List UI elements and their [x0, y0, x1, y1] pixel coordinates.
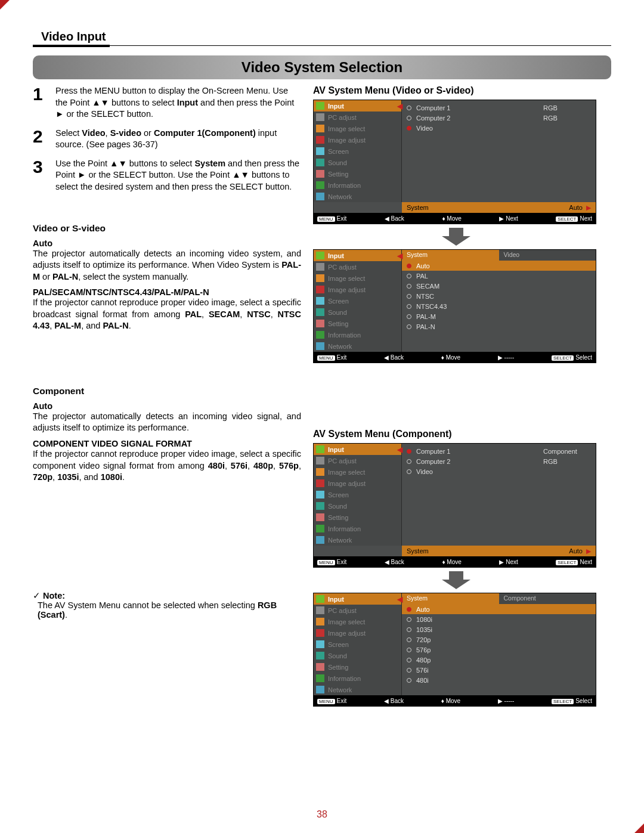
sidebar-item: Setting	[314, 168, 401, 179]
osd-row: Computer 1 RGB	[407, 103, 591, 113]
radio-icon	[407, 324, 411, 329]
menu-icon	[316, 297, 324, 305]
option-label: 480i	[416, 677, 429, 684]
osd-row: 1035i	[407, 624, 591, 634]
note-text: The AV System Menu cannot be selected wh…	[38, 600, 301, 620]
input-mode: RGB	[543, 104, 591, 112]
menu-icon	[316, 320, 324, 327]
osd-row: Video	[407, 123, 591, 133]
radio-icon	[407, 304, 411, 309]
osd-row: 576p	[407, 645, 591, 655]
osd-main: Auto 1080i 1035i 720p 576p 480p 576i 480…	[402, 604, 596, 688]
osd-screenshot-3: Input PC adjust Image select Image adjus…	[313, 443, 596, 568]
radio-icon	[407, 637, 411, 642]
sidebar-item: Input	[314, 444, 401, 455]
menu-icon	[316, 308, 324, 316]
menu-icon	[316, 147, 324, 155]
menu-icon	[316, 445, 324, 453]
option-label: 1080i	[416, 616, 432, 623]
menu-icon	[316, 181, 324, 189]
input-name: Computer 2	[416, 458, 450, 465]
input-mode: RGB	[543, 458, 591, 465]
sidebar-item-label: Image adjust	[328, 630, 366, 637]
sidebar-item: Image adjust	[314, 627, 401, 639]
sidebar-item-label: Image adjust	[328, 480, 366, 487]
sidebar-item-label: Image select	[328, 618, 365, 625]
osd-row: Auto	[402, 604, 596, 614]
sidebar-item: Input	[314, 100, 401, 112]
osd-footer: MENUExit ◀ Back ♦ Move ▶ Next SELECTNext	[314, 556, 596, 567]
input-mode: RGB	[543, 114, 591, 122]
osd-row: Auto	[402, 261, 596, 271]
osd-footer: MENUExit ◀ Back ♦ Move ▶ ----- SELECTSel…	[314, 352, 596, 363]
sidebar-item: Network	[314, 191, 401, 202]
option-label: 576p	[416, 646, 431, 654]
sidebar-item: Sound	[314, 650, 401, 661]
menu-icon	[316, 629, 324, 637]
sidebar-item-label: Network	[328, 343, 352, 350]
osd-row: PAL-N	[407, 321, 591, 332]
menu-icon	[316, 652, 324, 659]
corner-decoration	[634, 823, 644, 833]
option-label: SECAM	[416, 283, 439, 290]
label-cvf: COMPONENT VIDEO SIGNAL FORMAT	[33, 439, 301, 448]
sidebar-item: Network	[314, 340, 401, 352]
sidebar-item-label: PC adjust	[328, 457, 357, 465]
osd-row: 1080i	[407, 614, 591, 624]
sidebar-item-label: Screen	[328, 148, 349, 155]
sidebar-item: Screen	[314, 639, 401, 650]
radio-icon	[407, 264, 411, 268]
menu-icon	[316, 536, 324, 544]
sidebar-item-label: Sound	[328, 159, 347, 166]
osd-system-row: System Auto ▶	[402, 202, 596, 213]
menu-icon	[316, 491, 324, 498]
step-text: Press the MENU button to display the On-…	[55, 85, 301, 120]
menu-icon	[316, 102, 324, 110]
osd-row: Computer 1 Component	[407, 446, 591, 456]
osd-sidebar: Input PC adjust Image select Image adjus…	[314, 593, 402, 695]
osd-row: 480p	[407, 655, 591, 665]
sidebar-item: Setting	[314, 318, 401, 329]
sidebar-item-label: Input	[328, 446, 344, 453]
sidebar-item: Screen	[314, 489, 401, 500]
label-auto: Auto	[33, 239, 301, 248]
sidebar-item: Network	[314, 684, 401, 695]
sidebar-item-label: Information	[328, 182, 361, 189]
sidebar-item-label: Information	[328, 525, 361, 532]
sidebar-item-label: Network	[328, 193, 352, 200]
para-auto2: The projector automatically detects an i…	[33, 411, 301, 434]
osd-screenshot-2: Input PC adjust Image select Image adjus…	[313, 249, 596, 363]
menu-icon	[316, 113, 324, 121]
menu-icon	[316, 125, 324, 132]
osd-screenshot-1: Input PC adjust Image select Image adjus…	[313, 100, 596, 224]
menu-icon	[316, 136, 324, 144]
osd-main: Computer 1 RGB Computer 2 RGB Video	[402, 100, 596, 202]
radio-icon	[407, 126, 411, 131]
sidebar-item-label: Input	[328, 596, 344, 603]
sidebar-item-label: Input	[328, 103, 344, 110]
label-pal: PAL/SECAM/NTSC/NTSC4.43/PAL-M/PAL-N	[33, 287, 301, 297]
sidebar-item: Image select	[314, 123, 401, 134]
sidebar-item-label: Setting	[328, 514, 348, 521]
osd-sidebar: Input PC adjust Image select Image adjus…	[314, 444, 402, 546]
osd-row: Computer 2 RGB	[407, 113, 591, 123]
menu-icon	[316, 286, 324, 293]
sidebar-item-label: Image select	[328, 125, 365, 132]
sidebar-item: Input	[314, 250, 401, 261]
radio-icon	[407, 607, 411, 612]
sidebar-item-label: Setting	[328, 320, 348, 327]
input-name: Computer 2	[416, 114, 450, 122]
menu-icon	[316, 640, 324, 648]
sidebar-item-label: Information	[328, 332, 361, 339]
system-label: System	[407, 547, 429, 555]
section-breadcrumb: Video Input	[33, 30, 110, 47]
osd-row: SECAM	[407, 281, 591, 291]
radio-icon	[407, 678, 411, 683]
osd-row: NTSC	[407, 291, 591, 301]
menu-icon	[316, 606, 324, 614]
option-label: Auto	[416, 262, 430, 270]
osd-main: Auto PAL SECAM NTSC NTSC4.43 PAL-M PAL-N	[402, 261, 596, 334]
step-number: 2	[33, 128, 55, 145]
sidebar-item: PC adjust	[314, 112, 401, 123]
subheading-component: Component	[33, 386, 301, 397]
